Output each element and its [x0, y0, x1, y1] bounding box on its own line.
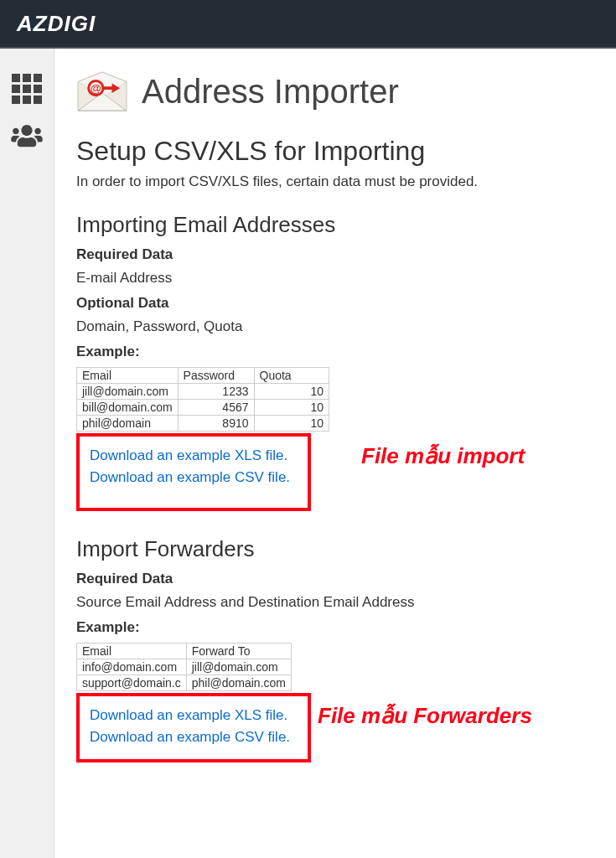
emails-heading: Importing Email Addresses — [76, 212, 594, 238]
page-title: Address Importer — [142, 73, 399, 111]
setup-lead: In order to import CSV/XLS files, certai… — [76, 173, 594, 190]
layout: @ Address Importer Setup CSV/XLS for Imp… — [0, 49, 616, 858]
table-row: Email Forward To — [77, 644, 292, 659]
th-quota: Quota — [254, 368, 329, 384]
forwarders-heading: Import Forwarders — [76, 536, 594, 562]
table-row: phil@domain 8910 10 — [77, 416, 329, 432]
topbar: AZDIGI — [0, 0, 616, 49]
forwarders-example-label: Example: — [76, 619, 594, 636]
page-header: @ Address Importer — [76, 70, 594, 112]
address-importer-icon: @ — [76, 70, 128, 112]
forwarders-example-table: Email Forward To info@domain.com jill@do… — [76, 643, 292, 691]
emails-example-table: Email Password Quota jill@domain.com 123… — [76, 367, 329, 432]
forwarders-download-wrap: Download an example XLS file. Download a… — [76, 693, 594, 762]
table-row: info@domain.com jill@domain.com — [77, 659, 292, 675]
forwarders-required-label: Required Data — [76, 571, 594, 587]
emails-required-label: Required Data — [76, 246, 594, 263]
apps-grid-icon[interactable] — [0, 65, 54, 112]
download-example-xls-link[interactable]: Download an example XLS file. — [90, 705, 298, 726]
forwarders-required-value: Source Email Address and Destination Ema… — [76, 594, 594, 611]
annotation-file-mau-forwarders: File mẫu Forwarders — [318, 703, 532, 729]
annotation-file-mau-import: File mẫu import — [361, 443, 525, 469]
svg-text:@: @ — [91, 82, 101, 95]
download-example-csv-link[interactable]: Download an example CSV file. — [90, 467, 298, 488]
download-example-csv-link[interactable]: Download an example CSV file. — [90, 726, 298, 748]
download-example-xls-link[interactable]: Download an example XLS file. — [90, 445, 298, 467]
emails-example-label: Example: — [76, 344, 594, 360]
table-row: Email Password Quota — [77, 368, 329, 384]
th-password: Password — [178, 368, 254, 384]
users-icon[interactable] — [0, 112, 54, 159]
forwarders-download-box: Download an example XLS file. Download a… — [76, 693, 311, 762]
people-icon — [11, 123, 43, 148]
th-email: Email — [77, 644, 187, 659]
grid-icon — [12, 74, 42, 104]
th-email: Email — [77, 368, 179, 384]
th-forward-to: Forward To — [186, 644, 291, 659]
table-row: support@domain.c phil@domain.com — [77, 675, 292, 691]
brand-logo: AZDIGI — [17, 11, 96, 37]
sidebar — [0, 49, 54, 858]
emails-optional-label: Optional Data — [76, 295, 594, 312]
emails-download-box: Download an example XLS file. Download a… — [76, 433, 311, 511]
emails-required-value: E-mail Address — [76, 270, 594, 287]
table-row: jill@domain.com 1233 10 — [77, 384, 329, 400]
emails-download-wrap: Download an example XLS file. Download a… — [76, 433, 594, 511]
main-content: @ Address Importer Setup CSV/XLS for Imp… — [54, 49, 616, 858]
emails-optional-value: Domain, Password, Quota — [76, 318, 594, 335]
setup-heading: Setup CSV/XLS for Importing — [76, 136, 594, 167]
table-row: bill@domain.com 4567 10 — [77, 400, 329, 416]
